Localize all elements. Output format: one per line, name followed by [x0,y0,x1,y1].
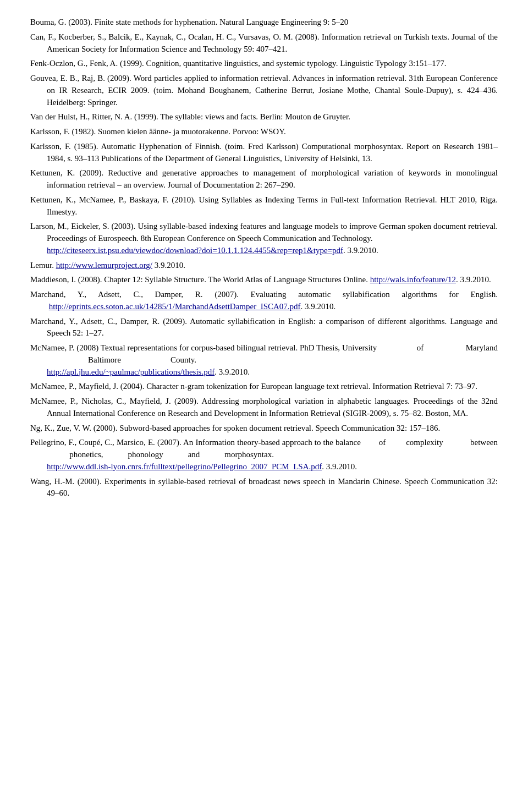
ref-pellegrino: Pellegrino, F., Coupé, C., Marsico, E. (… [30,437,498,473]
ref-kettunen2009: Kettunen, K. (2009). Reductive and gener… [30,167,498,191]
mcnamee2008-link[interactable]: http://apl.jhu.edu/~paulmac/publications… [47,367,215,376]
ref-kettunen2010: Kettunen, K., McNamee, P., Baskaya, F. (… [30,194,498,218]
ref-vanderhulst: Van der Hulst, H., Ritter, N. A. (1999).… [30,111,498,123]
ref-marchand2007: Marchand, Y., Adsett, C., Damper, R. (20… [30,289,498,313]
marchand2007-link[interactable]: http://eprints.ecs.soton.ac.uk/14285/1/M… [49,302,301,311]
ref-maddieson: Maddieson, I. (2008). Chapter 12: Syllab… [30,274,498,286]
references-container: Bouma, G. (2003). Finite state methods f… [30,17,498,500]
larson-link[interactable]: http://citeseerx.ist.psu.edu/viewdoc/dow… [47,246,343,255]
ref-marchand2009: Marchand, Y., Adsett, C., Damper, R. (20… [30,316,498,340]
ref-bouma: Bouma, G. (2003). Finite state methods f… [30,17,498,29]
ref-ng: Ng, K., Zue, V. W. (2000). Subword-based… [30,423,498,435]
ref-can: Can, F., Kocberber, S., Balcik, E., Kayn… [30,31,498,56]
ref-larson: Larson, M., Eickeler, S. (2003). Using s… [30,221,498,256]
ref-lemur: Lemur. http://www.lemurproject.org/ 3.9.… [30,260,498,272]
ref-mcnamee2008: McNamee, P. (2008) Textual representatio… [30,342,498,378]
ref-gouvea: Gouvea, E. B., Raj, B. (2009). Word part… [30,73,498,108]
ref-karlsson1985: Karlsson, F. (1985). Automatic Hyphenati… [30,141,498,165]
maddieson-link[interactable]: http://wals.info/feature/12 [370,275,456,284]
ref-karlsson1982: Karlsson, F. (1982). Suomen kielen äänne… [30,126,498,138]
ref-fenk: Fenk-Oczlon, G., Fenk, A. (1999). Cognit… [30,58,498,70]
pellegrino-link[interactable]: http://www.ddl.ish-lyon.cnrs.fr/fulltext… [47,462,322,471]
ref-mcnamee2009: McNamee, P., Nicholas, C., Mayfield, J. … [30,396,498,420]
ref-wang: Wang, H.-M. (2000). Experiments in sylla… [30,476,498,500]
lemur-link[interactable]: http://www.lemurproject.org/ [56,261,152,270]
ref-mcnamee2004: McNamee, P., Mayfield, J. (2004). Charac… [30,381,498,393]
